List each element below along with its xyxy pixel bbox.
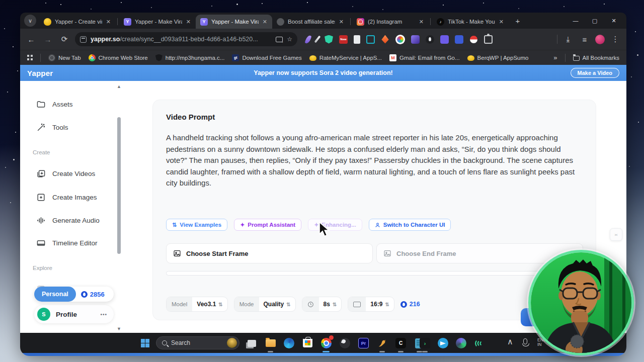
new-tab-button[interactable]: + — [512, 15, 524, 27]
model-select[interactable]: Veo3.1⇅ — [192, 297, 227, 311]
tab-boost-affiliate[interactable]: Boost affiliate sales ✕ — [272, 15, 349, 29]
quill-extension-icon[interactable] — [305, 35, 312, 44]
sidebar-item-generate-audio[interactable]: Generate Audio — [36, 214, 100, 226]
screenshot-extension-icon[interactable] — [366, 35, 375, 44]
signal-app-button[interactable] — [473, 337, 486, 349]
forward-button[interactable]: → — [42, 35, 54, 44]
apps-grid-icon[interactable] — [27, 55, 33, 60]
enhancing-button[interactable]: ✦Enhancing... — [308, 219, 362, 231]
tab-close-icon[interactable]: ✕ — [106, 19, 111, 25]
sidebar-scrollbar[interactable] — [117, 117, 121, 254]
video-prompt-textarea[interactable]: A handheld tracking shot follows a young… — [166, 132, 578, 189]
blue-tile-extension-icon[interactable] — [455, 35, 463, 44]
tab-search-button[interactable]: ∨ — [24, 15, 36, 27]
tab-title: Yapper - Make Viral — [211, 19, 259, 25]
bookmark-gmail[interactable]: MGmail: Email from Go... — [389, 54, 460, 61]
maximize-button[interactable]: ▢ — [585, 13, 604, 29]
choose-start-frame-button[interactable]: Choose Start Frame — [166, 243, 373, 263]
switch-character-ui-button[interactable]: Switch to Character UI — [369, 219, 451, 231]
site-info-icon[interactable] — [80, 36, 87, 43]
tab-tiktok[interactable]: ♪ TikTok - Make Your ✕ — [432, 15, 509, 29]
sidebar-item-tools[interactable]: Tools — [36, 121, 68, 133]
bookmark-mp3hungama[interactable]: http://mp3hungama.c... — [155, 54, 225, 61]
taskbar-search[interactable]: Search — [156, 336, 239, 349]
page-extension-icon[interactable] — [354, 35, 360, 44]
profile-row[interactable]: S Profile ••• — [34, 305, 114, 323]
ink-drop-extension-icon[interactable] — [426, 35, 434, 44]
tab-yapper-make-active[interactable]: Y Yapper - Make Viral ✕ — [196, 15, 272, 29]
new-badge-extension-icon[interactable]: New — [339, 35, 348, 44]
tab-instagram[interactable]: (2) Instagram ✕ — [352, 15, 429, 29]
start-button[interactable] — [139, 337, 151, 349]
send-to-device-icon[interactable] — [276, 37, 283, 42]
view-examples-button[interactable]: ⇅View Examples — [166, 219, 227, 231]
close-button[interactable]: ✕ — [604, 13, 623, 29]
bird-app-button[interactable] — [376, 337, 388, 349]
chrome-button[interactable] — [320, 337, 333, 349]
scroll-up-icon[interactable]: ▲ — [117, 84, 121, 89]
purple-tile-extension-icon[interactable] — [440, 35, 449, 44]
bookmarks-overflow-icon[interactable]: » — [553, 54, 557, 61]
mode-select[interactable]: Quality⇅ — [259, 297, 295, 311]
tray-chevron-button[interactable]: ∧ — [507, 337, 513, 346]
file-explorer-button[interactable] — [264, 337, 277, 349]
pokeball-extension-icon[interactable] — [469, 35, 478, 44]
browser-menu-icon[interactable]: ⋮ — [609, 35, 621, 44]
premiere-button[interactable]: Pr — [357, 337, 370, 349]
profile-avatar[interactable] — [595, 35, 605, 44]
tab-yapper-make-1[interactable]: Y Yapper - Make Viral ✕ — [119, 15, 196, 29]
tab-close-icon[interactable]: ✕ — [339, 19, 344, 25]
sidebar-item-timeline-editor[interactable]: Timeline Editor — [36, 237, 98, 249]
sidebar-item-assets[interactable]: Assets — [36, 98, 73, 110]
telegram-button[interactable] — [437, 337, 449, 349]
colorwheel-extension-icon[interactable] — [395, 35, 405, 44]
address-bar[interactable]: yapper.so/create/sync__d093a911-bebd-4d6… — [75, 32, 297, 46]
profile-menu-icon[interactable]: ••• — [100, 312, 107, 317]
bookmark-berqwp[interactable]: BerqWP | AppSumo — [467, 54, 529, 61]
bookmark-chrome-web-store[interactable]: Chrome Web Store — [89, 54, 148, 61]
sidebar-item-label: Tools — [52, 124, 68, 131]
tab-close-icon[interactable]: ✕ — [186, 19, 191, 25]
bookmark-download-free-games[interactable]: gtDownload Free Games — [232, 54, 301, 61]
scroll-down-icon[interactable]: ▼ — [117, 326, 121, 331]
panel-collapse-handle[interactable]: ›‹ — [610, 228, 622, 241]
tab-close-icon[interactable]: ✕ — [262, 19, 268, 25]
frames-scrollbar-track[interactable] — [166, 271, 542, 276]
back-button[interactable]: ← — [25, 35, 37, 44]
aspect-select[interactable]: 16:9⇅ — [366, 297, 393, 311]
tray-mic-button[interactable] — [523, 338, 527, 344]
coin-icon — [81, 291, 88, 298]
tab-close-icon[interactable]: ✕ — [419, 19, 424, 25]
eyedropper-extension-icon[interactable] — [314, 35, 320, 43]
tab-close-icon[interactable]: ✕ — [499, 19, 504, 25]
edge-button[interactable] — [283, 337, 295, 349]
flame-extension-icon[interactable] — [381, 35, 389, 44]
button-label: Switch to Character UI — [383, 222, 445, 228]
screen-capture-button[interactable]: › — [419, 337, 431, 349]
obs-button[interactable] — [339, 337, 351, 349]
sidebar-item-create-images[interactable]: Create Images — [36, 191, 97, 203]
swirl-extension-icon[interactable] — [411, 35, 420, 44]
prompt-assistant-button[interactable]: ✦Prompt Assistant — [234, 219, 301, 231]
all-bookmarks-button[interactable]: All Bookmarks — [573, 54, 620, 61]
downloads-icon[interactable]: ⤓ — [562, 35, 574, 44]
bookmark-ratemyservice[interactable]: RateMyService | AppS... — [309, 54, 382, 61]
task-view-button[interactable] — [246, 337, 258, 349]
reload-button[interactable]: ⟳ — [58, 35, 70, 44]
extensions-puzzle-icon[interactable] — [484, 35, 493, 44]
updown-icon: ⇅ — [218, 302, 222, 307]
plan-badge[interactable]: Personal — [34, 287, 76, 302]
bookmark-new-tab[interactable]: New Tab — [48, 54, 81, 61]
capcut-button[interactable]: C — [394, 337, 407, 349]
sidebar-item-create-videos[interactable]: Create Videos — [36, 167, 95, 179]
tab-yapper-create[interactable]: Yapper - Create viral ✕ — [39, 15, 116, 29]
microsoft-store-button[interactable] — [301, 337, 314, 349]
make-a-video-button[interactable]: Make a Video — [571, 68, 620, 78]
duration-select[interactable]: 8s⇅ — [319, 297, 342, 311]
shield-extension-icon[interactable] — [325, 35, 333, 44]
bookmark-star-icon[interactable]: ☆ — [287, 36, 292, 43]
reading-list-icon[interactable]: ≡ — [579, 35, 591, 44]
minimize-button[interactable]: — — [566, 13, 585, 29]
circular-app-button[interactable] — [455, 337, 467, 349]
plan-credits-pill[interactable]: Personal 2856 — [34, 287, 114, 302]
